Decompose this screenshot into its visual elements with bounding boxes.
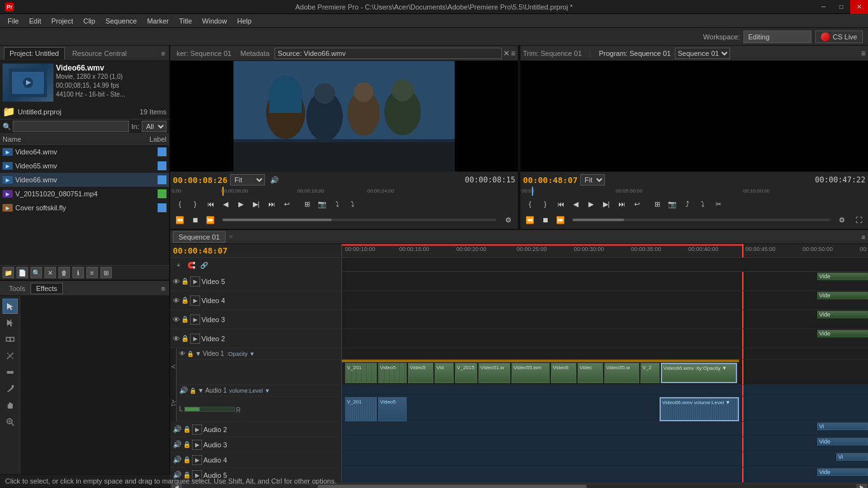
video-4-clip[interactable]: Vide [817, 292, 868, 299]
slip-tool-button[interactable] [3, 365, 18, 380]
clip-videc[interactable]: Videc [578, 363, 603, 383]
step-forward-button[interactable]: ▶| [249, 197, 263, 211]
prog-k-button[interactable]: ⏹ [538, 213, 552, 227]
maximize-button[interactable]: □ [832, 0, 850, 14]
link-button[interactable]: 🔗 [198, 259, 210, 271]
clip-v2[interactable]: V_2 [641, 363, 660, 383]
k-button[interactable]: ⏹ [188, 213, 202, 227]
sequence-tab[interactable]: Sequence 01 [173, 231, 226, 243]
video-2-eye-icon[interactable]: 👁 [173, 335, 180, 342]
v1-expand[interactable]: ▼ [195, 350, 201, 357]
clip-video66[interactable]: Video66.wmv :ity:Opacity ▼ [661, 363, 737, 383]
audio-2-clip[interactable]: Vi [817, 423, 868, 430]
razor-tool-button[interactable] [3, 348, 18, 363]
v1-clip-content[interactable]: V_201 Video5 Video5 [342, 360, 868, 384]
prog-mark-in[interactable]: { [523, 197, 537, 211]
play-button[interactable]: ▶ [234, 197, 248, 211]
audio-4-content[interactable]: Vi [342, 452, 868, 467]
prog-loop[interactable]: ↩ [630, 197, 644, 211]
safe-margins-button[interactable]: ⊞ [300, 197, 314, 211]
prog-lift[interactable]: ⤴ [681, 197, 695, 211]
icon-view-button[interactable]: ⊞ [100, 267, 112, 278]
clip-v2015[interactable]: V_2015 [455, 363, 477, 383]
audio-4-expand-button[interactable]: ▶ [192, 455, 202, 465]
audio-3-speaker-icon[interactable]: 🔊 [173, 440, 182, 449]
sequence-tab[interactable]: ker: Sequence 01 [173, 48, 235, 58]
scroll-right-button[interactable]: ▶ [857, 484, 867, 489]
mark-out-button[interactable]: } [188, 197, 202, 211]
a1-lock-icon[interactable]: 🔒 [189, 388, 196, 394]
loop-button[interactable]: ↩ [280, 197, 294, 211]
audio-3-content[interactable]: Vide [342, 437, 868, 452]
in-select[interactable]: All [142, 121, 166, 132]
prog-l-button[interactable]: ⏩ [553, 213, 567, 227]
resource-central-tab[interactable]: Resource Central [67, 48, 132, 58]
list-item[interactable]: ▶ Cover softskil.fly [0, 201, 169, 215]
info-button[interactable]: ℹ [72, 267, 84, 278]
prog-step-fwd[interactable]: ▶| [599, 197, 613, 211]
a1-speaker-icon[interactable]: 🔊 [179, 386, 188, 395]
source-scrub-bar[interactable] [222, 219, 496, 221]
effects-tab[interactable]: Effects [31, 283, 63, 294]
minimize-button[interactable]: ─ [815, 0, 832, 14]
l-button[interactable]: ⏩ [203, 213, 217, 227]
video-5-lock-icon[interactable]: 🔒 [181, 278, 189, 285]
prog-mark-out[interactable]: } [538, 197, 552, 211]
video-4-lock-icon[interactable]: 🔒 [181, 297, 189, 304]
prog-j-button[interactable]: ⏪ [523, 213, 537, 227]
insert-button[interactable]: ⤵ [330, 197, 344, 211]
a1-waveform-content[interactable]: V_201 Video5 Video66.wmv volume:Level ▼ [342, 396, 868, 421]
video-5-content[interactable]: Vide [342, 272, 868, 290]
prog-goto-out[interactable]: ⏭ [614, 197, 628, 211]
program-timecode-left[interactable]: 00:00:48:07 [523, 175, 578, 185]
prog-trim[interactable]: ✂ [711, 197, 725, 211]
search-input[interactable] [13, 121, 129, 132]
source-dropdown[interactable]: Source: Video66.wmv [275, 48, 502, 59]
clip-video5b[interactable]: Video5 [408, 363, 433, 383]
delete-button[interactable]: 🗑 [58, 267, 70, 278]
video-4-eye-icon[interactable]: 👁 [173, 297, 180, 304]
pen-tool-button[interactable] [3, 381, 18, 396]
list-item[interactable]: ▶ Video65.wmv [0, 159, 169, 173]
clear-button[interactable]: ✕ [44, 267, 56, 278]
video-2-lock-icon[interactable]: 🔒 [181, 335, 189, 342]
clip-video55b[interactable]: Video55.w [604, 363, 639, 383]
video-4-expand-button[interactable]: ▶ [190, 295, 200, 306]
track-select-tool-button[interactable] [3, 315, 18, 330]
audio-2-lock-icon[interactable]: 🔒 [183, 426, 191, 433]
settings-button[interactable]: ⚙ [501, 213, 515, 227]
menu-marker[interactable]: Marker [142, 16, 173, 26]
j-button[interactable]: ⏪ [173, 213, 187, 227]
menu-help[interactable]: Help [232, 16, 257, 26]
project-tab[interactable]: Project: Untitled [4, 47, 65, 60]
menu-clip[interactable]: Clip [78, 16, 100, 26]
video-3-eye-icon[interactable]: 👁 [173, 316, 180, 323]
clip-video6[interactable]: Video6 [551, 363, 576, 383]
audio-3-lock-icon[interactable]: 🔒 [183, 441, 191, 448]
list-view-button[interactable]: ≡ [86, 267, 98, 278]
menu-edit[interactable]: Edit [24, 16, 46, 26]
source-timecode-left[interactable]: 00:00:08:26 [173, 175, 227, 185]
prog-fullscreen[interactable]: ⛶ [851, 213, 865, 227]
effects-panel-menu-icon[interactable]: ≡ [161, 285, 165, 292]
audio-3-expand-button[interactable]: ▶ [192, 440, 202, 450]
metadata-tab[interactable]: Metadata [236, 48, 273, 58]
scrollbar-track[interactable] [183, 484, 855, 489]
audio-3-clip[interactable]: Vide [817, 438, 868, 445]
a1-expand[interactable]: ▼ [198, 387, 204, 394]
source-close-button[interactable]: ✕ [503, 49, 510, 58]
clip-video55a[interactable]: Video55.wm [512, 363, 550, 383]
cs-live-button[interactable]: CS Live [815, 30, 863, 43]
add-track-button[interactable]: + [173, 259, 184, 271]
video-3-content[interactable]: Vide [342, 310, 868, 329]
menu-title[interactable]: Title [174, 16, 197, 26]
eye-icon[interactable]: 👁 [179, 350, 186, 357]
timeline-ruler[interactable]: 00:00:10:00 00:00:15:00 00:00:20:00 00:0… [342, 244, 868, 257]
v1-keyframe-label[interactable]: :Opacity ▼ [227, 351, 255, 357]
timeline-scrollbar-h[interactable]: ◀ ▶ [170, 483, 868, 488]
tools-tab[interactable]: Tools [4, 283, 31, 294]
video-2-content[interactable]: Vide [342, 329, 868, 348]
goto-out-button[interactable]: ⏭ [264, 197, 278, 211]
new-item-button[interactable]: 📄 [17, 267, 28, 278]
scrollbar-thumb[interactable] [318, 485, 586, 489]
